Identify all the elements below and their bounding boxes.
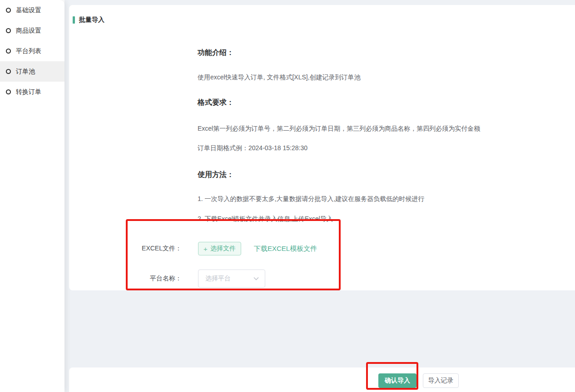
intro-heading: 功能介绍：: [198, 48, 575, 58]
chevron-down-icon: [253, 277, 259, 280]
radio-circle-icon: [6, 28, 11, 33]
radio-circle-icon: [6, 8, 11, 13]
format-line-2: 订单日期格式例：2024-03-18 15:28:30: [198, 144, 575, 152]
content-card: 批量导入 功能介绍： 使用excel快速导入订单, 文件格式[XLS],创建记录…: [69, 5, 575, 290]
page-title-text: 批量导入: [79, 16, 104, 24]
confirm-import-button[interactable]: 确认导入: [378, 373, 416, 388]
sidebar-item-platform-list[interactable]: 平台列表: [0, 41, 64, 61]
radio-circle-icon: [6, 49, 11, 54]
choose-file-button-label: 选择文件: [210, 245, 236, 253]
platform-name-row: 平台名称： 选择平台: [69, 270, 575, 288]
download-template-link[interactable]: 下载EXCEL模板文件: [254, 245, 317, 253]
sidebar-item-basic-settings[interactable]: 基础设置: [0, 0, 64, 20]
radio-circle-icon: [6, 89, 11, 94]
import-records-button[interactable]: 导入记录: [423, 373, 459, 388]
sidebar-item-label: 平台列表: [16, 47, 41, 55]
sidebar-item-product-settings[interactable]: 商品设置: [0, 20, 64, 41]
excel-file-row: EXCEL文件： + 选择文件 下载EXCEL模板文件: [69, 242, 575, 255]
platform-select[interactable]: 选择平台: [198, 270, 265, 288]
page-title: 批量导入: [69, 5, 575, 24]
usage-line-2: 2. 下载Excel模板文件并录入信息,上传Excel导入: [198, 215, 575, 223]
choose-file-button[interactable]: + 选择文件: [198, 242, 241, 255]
plus-icon: +: [203, 245, 208, 253]
radio-circle-icon: [6, 69, 11, 74]
format-line-1: Excel第一列必须为订单号，第二列必须为订单日期，第三列必须为商品名称，第四列…: [198, 125, 575, 133]
sidebar-item-label: 商品设置: [16, 27, 41, 35]
sidebar-item-order-pool[interactable]: 订单池: [0, 61, 64, 82]
intro-text: 使用excel快速导入订单, 文件格式[XLS],创建记录到订单池: [198, 74, 575, 82]
sidebar: 基础设置 商品设置 平台列表 订单池 转换订单: [0, 0, 64, 392]
app-root: 基础设置 商品设置 平台列表 订单池 转换订单 批量导入 功能介绍： 使用exc…: [0, 0, 575, 392]
usage-heading: 使用方法：: [198, 170, 575, 180]
title-accent-bar: [73, 16, 75, 24]
instructions: 功能介绍： 使用excel快速导入订单, 文件格式[XLS],创建记录到订单池 …: [69, 48, 575, 288]
sidebar-item-convert-order[interactable]: 转换订单: [0, 82, 64, 102]
platform-select-placeholder: 选择平台: [205, 274, 231, 283]
platform-name-label: 平台名称：: [69, 274, 182, 283]
sidebar-item-label: 转换订单: [16, 88, 41, 96]
excel-file-label: EXCEL文件：: [69, 245, 182, 253]
footer-bar: 确认导入 导入记录: [69, 368, 575, 392]
sidebar-item-label: 基础设置: [16, 6, 41, 15]
usage-line-1: 1. 一次导入的数据不要太多,大量数据请分批导入,建议在服务器负载低的时候进行: [198, 195, 575, 203]
format-heading: 格式要求：: [198, 98, 575, 108]
sidebar-item-label: 订单池: [16, 68, 35, 76]
